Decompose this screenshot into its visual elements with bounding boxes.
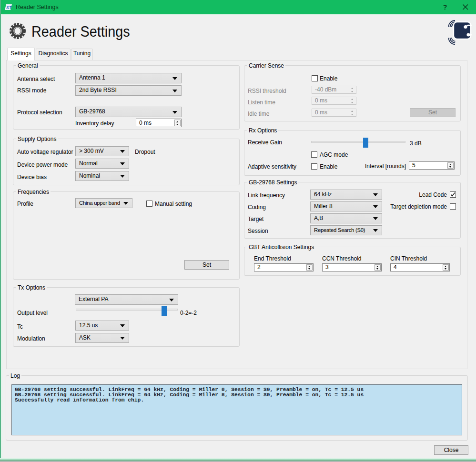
svg-text:ST: ST	[6, 5, 12, 10]
